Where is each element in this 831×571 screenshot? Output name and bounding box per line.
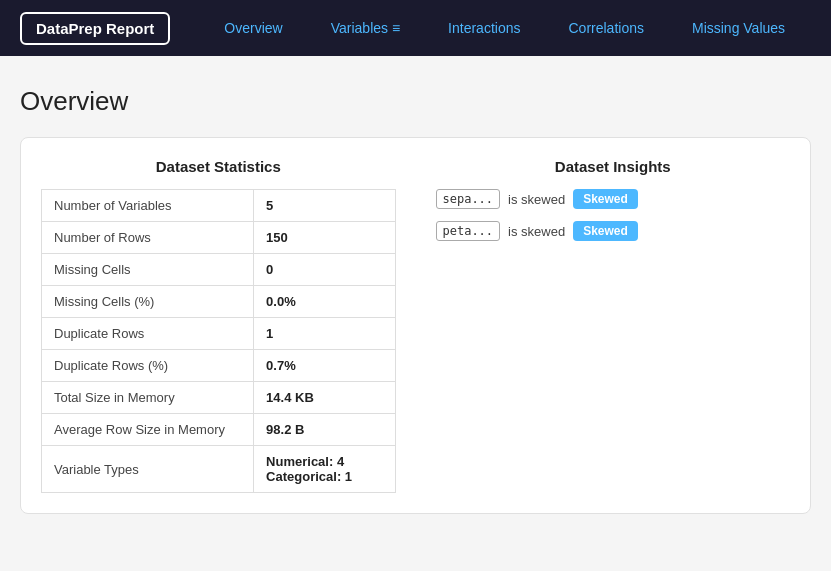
insights-list: sepa...is skewedSkewedpeta...is skewedSk…	[436, 189, 791, 241]
stat-label: Total Size in Memory	[42, 382, 254, 414]
nav-links: Overview Variables ≡ Interactions Correl…	[200, 20, 809, 36]
stat-label: Duplicate Rows	[42, 318, 254, 350]
skewed-badge[interactable]: Skewed	[573, 189, 638, 209]
table-row: Variable TypesNumerical: 4Categorical: 1	[42, 446, 396, 493]
stat-value: 150	[254, 222, 395, 254]
stat-label: Average Row Size in Memory	[42, 414, 254, 446]
table-row: Duplicate Rows1	[42, 318, 396, 350]
overview-card: Dataset Statistics Number of Variables5N…	[20, 137, 811, 514]
insight-row: peta...is skewedSkewed	[436, 221, 791, 241]
insight-tag: peta...	[436, 221, 501, 241]
skewed-badge[interactable]: Skewed	[573, 221, 638, 241]
table-row: Duplicate Rows (%)0.7%	[42, 350, 396, 382]
stat-value: 14.4 KB	[254, 382, 395, 414]
page-title: Overview	[20, 86, 811, 117]
nav-overview[interactable]: Overview	[200, 20, 306, 36]
nav-interactions[interactable]: Interactions	[424, 20, 544, 36]
stat-label: Missing Cells (%)	[42, 286, 254, 318]
insight-text: is skewed	[508, 224, 565, 239]
stat-value: Numerical: 4Categorical: 1	[254, 446, 395, 493]
nav-missing-values[interactable]: Missing Values	[668, 20, 809, 36]
nav-correlations[interactable]: Correlations	[544, 20, 667, 36]
insight-tag: sepa...	[436, 189, 501, 209]
stat-label: Number of Variables	[42, 190, 254, 222]
insight-row: sepa...is skewedSkewed	[436, 189, 791, 209]
navbar: DataPrep Report Overview Variables ≡ Int…	[0, 0, 831, 56]
dataset-insights: Dataset Insights sepa...is skewedSkewedp…	[436, 158, 791, 493]
stat-value: 0.0%	[254, 286, 395, 318]
nav-variables[interactable]: Variables ≡	[307, 20, 424, 36]
stat-label: Number of Rows	[42, 222, 254, 254]
insight-text: is skewed	[508, 192, 565, 207]
stat-value: 0	[254, 254, 395, 286]
table-row: Number of Variables5	[42, 190, 396, 222]
table-row: Number of Rows150	[42, 222, 396, 254]
stat-label: Duplicate Rows (%)	[42, 350, 254, 382]
stat-value: 0.7%	[254, 350, 395, 382]
brand-logo[interactable]: DataPrep Report	[20, 12, 170, 45]
table-row: Missing Cells0	[42, 254, 396, 286]
table-row: Average Row Size in Memory98.2 B	[42, 414, 396, 446]
stat-label: Missing Cells	[42, 254, 254, 286]
stat-value: 5	[254, 190, 395, 222]
table-row: Missing Cells (%)0.0%	[42, 286, 396, 318]
dataset-statistics: Dataset Statistics Number of Variables5N…	[41, 158, 396, 493]
stat-value: 98.2 B	[254, 414, 395, 446]
stat-label: Variable Types	[42, 446, 254, 493]
stat-value: 1	[254, 318, 395, 350]
main-content: Overview Dataset Statistics Number of Va…	[0, 56, 831, 534]
insights-title: Dataset Insights	[436, 158, 791, 175]
stats-title: Dataset Statistics	[41, 158, 396, 175]
table-row: Total Size in Memory14.4 KB	[42, 382, 396, 414]
stats-table: Number of Variables5Number of Rows150Mis…	[41, 189, 396, 493]
